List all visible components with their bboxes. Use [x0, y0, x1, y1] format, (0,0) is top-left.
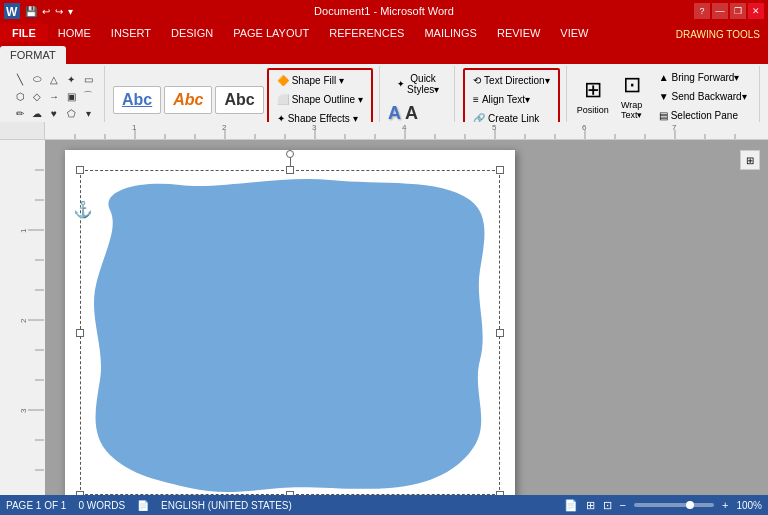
text-direction-btn[interactable]: ⟲ Text Direction▾	[467, 72, 556, 89]
page-controls: ⊞	[740, 150, 760, 170]
shape-triangle[interactable]: △	[46, 71, 62, 87]
shape-freeform[interactable]: ✏	[12, 105, 28, 121]
shape-callout[interactable]: ▣	[63, 88, 79, 104]
view-btn-2[interactable]: ⊞	[586, 499, 595, 512]
quick-styles-btn[interactable]: ✦ QuickStyles▾	[388, 69, 448, 99]
view-btn-1[interactable]: 📄	[564, 499, 578, 512]
shape-hex[interactable]: ⬡	[12, 88, 28, 104]
shape-more[interactable]: ▾	[80, 105, 96, 121]
wrap-text-label: WrapText▾	[621, 100, 643, 120]
shape-pentagon[interactable]: ⬠	[63, 105, 79, 121]
shape-line[interactable]: ╲	[12, 71, 28, 87]
tab-page-layout[interactable]: PAGE LAYOUT	[223, 24, 319, 42]
shape-outline-btn[interactable]: ⬜ Shape Outline ▾	[271, 91, 369, 108]
document-area: 1 2 3 4 5	[0, 122, 768, 495]
position-btn[interactable]: ⊞ Position	[575, 71, 611, 121]
bring-forward-btn[interactable]: ▲ Bring Forward▾	[653, 69, 753, 86]
restore-btn[interactable]: ❐	[730, 3, 746, 19]
ruler-corner	[0, 122, 45, 140]
svg-text:W: W	[6, 5, 18, 19]
help-btn[interactable]: ?	[694, 3, 710, 19]
shape-cloud[interactable]: ☁	[29, 105, 45, 121]
tab-design[interactable]: DESIGN	[161, 24, 223, 42]
handle-top-right[interactable]	[496, 166, 504, 174]
svg-text:2: 2	[19, 318, 28, 323]
shape-fill-label: Shape Fill	[292, 75, 336, 86]
status-right: 📄 ⊞ ⊡ − + 100%	[564, 499, 762, 512]
wordart-a1-btn[interactable]: A	[388, 103, 401, 124]
svg-text:1: 1	[19, 228, 28, 233]
abc-btn-1[interactable]: Abc	[113, 86, 161, 114]
shape-arrow[interactable]: →	[46, 88, 62, 104]
shape-outline-icon: ⬜	[277, 94, 289, 105]
svg-text:3: 3	[312, 123, 317, 132]
shape-fill-btn[interactable]: 🔶 Shape Fill ▾	[271, 72, 369, 89]
shape-curve[interactable]: ⌒	[80, 88, 96, 104]
shape-rect[interactable]: ▭	[80, 71, 96, 87]
quick-access-toolbar: 💾 ↩ ↪ ▾	[24, 5, 74, 18]
svg-text:2: 2	[222, 123, 227, 132]
handle-top-middle[interactable]	[286, 166, 294, 174]
wrap-text-icon: ⊡	[623, 72, 641, 98]
shape-container[interactable]	[80, 170, 500, 495]
undo-qa-btn[interactable]: ↩	[41, 5, 51, 18]
handle-middle-right[interactable]	[496, 329, 504, 337]
tab-file[interactable]: FILE	[0, 24, 48, 42]
anchor-icon[interactable]: ⚓	[73, 200, 93, 219]
tab-view[interactable]: VIEW	[550, 24, 598, 42]
align-text-label: Align Text▾	[482, 94, 530, 105]
selection-pane-icon: ▤	[659, 110, 668, 121]
send-backward-btn[interactable]: ▼ Send Backward▾	[653, 88, 753, 105]
shape-heart[interactable]: ♥	[46, 105, 62, 121]
abc-btn-2[interactable]: Abc	[164, 86, 212, 114]
tab-review[interactable]: REVIEW	[487, 24, 550, 42]
shape-star[interactable]: ✦	[63, 71, 79, 87]
rotation-handle[interactable]	[286, 150, 294, 158]
handle-middle-left[interactable]	[76, 329, 84, 337]
handle-top-left[interactable]	[76, 166, 84, 174]
zoom-slider[interactable]	[634, 503, 714, 507]
view-btn-3[interactable]: ⊡	[603, 499, 612, 512]
bring-forward-icon: ▲	[659, 72, 669, 83]
tab-references[interactable]: REFERENCES	[319, 24, 414, 42]
redo-qa-btn[interactable]: ↪	[54, 5, 64, 18]
svg-text:6: 6	[582, 123, 587, 132]
selection-pane-btn[interactable]: ▤ Selection Pane	[653, 107, 753, 124]
arrange-pos-buttons: ⊞ Position ⊡ WrapText▾	[575, 71, 650, 121]
title-bar-controls: ? — ❐ ✕	[694, 3, 764, 19]
shape-fill-dropdown[interactable]: ▾	[339, 75, 344, 86]
tab-insert[interactable]: INSERT	[101, 24, 161, 42]
title-bar: W 💾 ↩ ↪ ▾ Document1 - Microsoft Word ? —…	[0, 0, 768, 22]
bottom-tabs-row: FORMAT	[0, 42, 768, 64]
shape-ellipse[interactable]: ⬭	[29, 71, 45, 87]
align-text-btn[interactable]: ≡ Align Text▾	[467, 91, 556, 108]
document-page: ⚓	[65, 150, 515, 495]
shape-svg[interactable]	[80, 170, 500, 495]
wordart-a-buttons: A A	[388, 103, 418, 124]
qa-dropdown-btn[interactable]: ▾	[67, 5, 74, 18]
bring-forward-label: Bring Forward▾	[672, 72, 740, 83]
close-btn[interactable]: ✕	[748, 3, 764, 19]
window-title: Document1 - Microsoft Word	[314, 5, 454, 17]
wrap-text-btn[interactable]: ⊡ WrapText▾	[614, 71, 650, 121]
shape-outline-dropdown[interactable]: ▾	[358, 94, 363, 105]
abc-btn-3[interactable]: Abc	[215, 86, 263, 114]
page-control-layout[interactable]: ⊞	[740, 150, 760, 170]
ruler-top-inner: 1 2 3 4 5	[45, 122, 768, 139]
top-tabs-row: FILE HOME INSERT DESIGN PAGE LAYOUT REFE…	[0, 22, 768, 42]
tab-format[interactable]: FORMAT	[0, 46, 66, 64]
save-qa-btn[interactable]: 💾	[24, 5, 38, 18]
zoom-in-btn[interactable]: +	[722, 499, 728, 511]
drawing-tools-label: DRAWING TOOLS	[668, 27, 768, 42]
status-bar: PAGE 1 OF 1 0 WORDS 📄 ENGLISH (UNITED ST…	[0, 495, 768, 515]
position-label: Position	[577, 105, 609, 115]
minimize-btn[interactable]: —	[712, 3, 728, 19]
tab-mailings[interactable]: MAILINGS	[414, 24, 487, 42]
tab-home[interactable]: HOME	[48, 24, 101, 42]
status-language: ENGLISH (UNITED STATES)	[161, 500, 292, 511]
wordart-a2-btn[interactable]: A	[405, 103, 418, 124]
send-backward-label: Send Backward▾	[672, 91, 747, 102]
zoom-out-btn[interactable]: −	[620, 499, 626, 511]
title-bar-left: W 💾 ↩ ↪ ▾	[4, 3, 74, 19]
shape-diamond[interactable]: ◇	[29, 88, 45, 104]
